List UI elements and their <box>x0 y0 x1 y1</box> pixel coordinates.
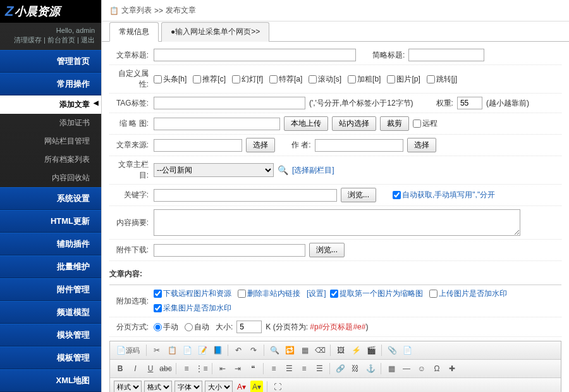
media-icon[interactable]: 🎬 <box>365 344 377 357</box>
check-upload-wm[interactable]: 上传图片是否加水印 <box>429 288 507 299</box>
page-icon[interactable]: 📄 <box>401 344 413 357</box>
tab-crawl[interactable]: ●输入网址采集单个网页>> <box>161 22 269 42</box>
outdent-icon[interactable]: ⇤ <box>216 362 229 375</box>
magnify-icon[interactable]: 🔍 <box>278 165 288 175</box>
undo-icon[interactable]: ↶ <box>232 344 245 357</box>
btn-browse-attach[interactable]: 浏览... <box>309 243 345 257</box>
align-right-icon[interactable]: ≡ <box>298 362 310 375</box>
paste-icon[interactable]: 📄 <box>181 344 193 357</box>
strike-icon[interactable]: abc <box>159 362 172 375</box>
check-attr-2[interactable]: 幻灯[f] <box>232 74 263 85</box>
menu-attachment[interactable]: 附件管理 <box>0 278 101 301</box>
select-style[interactable]: 样式 <box>114 381 142 392</box>
indent-icon[interactable]: ⇥ <box>231 362 244 375</box>
radio-manual[interactable]: 手动 <box>154 322 178 333</box>
bold-icon[interactable]: B <box>114 362 126 375</box>
menu-xml[interactable]: XML地图 <box>0 369 101 392</box>
bgcolor-icon[interactable]: A▾ <box>250 381 263 392</box>
check-first-img[interactable]: 提取第一个图片为缩略图 <box>330 288 423 299</box>
copy-icon[interactable]: 📋 <box>166 344 178 357</box>
select-font[interactable]: 字体 <box>174 381 202 392</box>
input-title[interactable] <box>154 49 356 61</box>
emoticon-icon[interactable]: ☺ <box>415 362 428 375</box>
btn-browse-keyword[interactable]: 浏览... <box>341 188 376 202</box>
menu-module[interactable]: 模块管理 <box>0 324 101 346</box>
menu-batch[interactable]: 批量维护 <box>0 255 101 278</box>
btn-crop[interactable]: 裁剪 <box>380 116 409 131</box>
textarea-summary[interactable] <box>154 209 520 236</box>
image-icon[interactable]: 🖼 <box>334 344 347 357</box>
menu-home[interactable]: 管理首页 <box>0 50 101 73</box>
check-attr-4[interactable]: 滚动[s] <box>309 74 341 85</box>
link-icon[interactable]: 🔗 <box>334 362 346 375</box>
check-attr-5[interactable]: 加粗[b] <box>348 74 381 85</box>
check-download-remote[interactable]: 下载远程图片和资源 <box>154 288 231 299</box>
specialchar-icon[interactable]: Ω <box>431 362 443 375</box>
menu-archive-list[interactable]: 所有档案列表 <box>0 150 101 169</box>
anchor-icon[interactable]: ⚓ <box>364 362 377 375</box>
input-keyword[interactable] <box>154 189 337 202</box>
check-attr-1[interactable]: 推荐[c] <box>193 74 226 85</box>
numlist-icon[interactable]: ≡ <box>180 362 193 375</box>
cut-icon[interactable]: ✂ <box>150 344 163 357</box>
link-frontend[interactable]: 前台首页 <box>47 36 75 44</box>
underline-icon[interactable]: U <box>144 362 157 375</box>
paste-text-icon[interactable]: 📝 <box>196 344 209 357</box>
flash-icon[interactable]: ⚡ <box>350 344 362 357</box>
link-logout[interactable]: 退出 <box>81 36 95 44</box>
tab-normal[interactable]: 常规信息 <box>109 22 159 42</box>
input-tag[interactable] <box>154 97 305 109</box>
bullist-icon[interactable]: ⋮≡ <box>195 362 208 375</box>
radio-auto[interactable]: 自动 <box>185 322 209 333</box>
table-icon[interactable]: ▦ <box>385 362 398 375</box>
menu-plugin[interactable]: 辅助插件 <box>0 233 101 255</box>
align-justify-icon[interactable]: ☰ <box>313 362 326 375</box>
find-icon[interactable]: 🔍 <box>268 344 281 357</box>
removeformat-icon[interactable]: ⌫ <box>314 344 326 357</box>
attach-icon[interactable]: 📎 <box>386 344 398 357</box>
check-attr-3[interactable]: 特荐[a] <box>269 74 302 85</box>
breadcrumb-list[interactable]: 文章列表 <box>121 5 152 16</box>
select-maincol[interactable]: --公司新闻 <box>154 163 274 177</box>
input-author[interactable] <box>315 139 403 152</box>
check-remove-links[interactable]: 删除非站内链接 <box>238 288 300 299</box>
quote-icon[interactable]: ❝ <box>247 362 259 375</box>
menu-channel[interactable]: 频道模型 <box>0 301 101 324</box>
hr-icon[interactable]: — <box>400 362 413 375</box>
input-page-size[interactable] <box>236 321 262 333</box>
paste-word-icon[interactable]: 📘 <box>211 344 224 357</box>
select-format[interactable]: 格式 <box>144 381 172 392</box>
italic-icon[interactable]: I <box>129 362 142 375</box>
btn-select-source[interactable]: 选择 <box>246 138 275 152</box>
maximize-icon[interactable]: ⛶ <box>271 381 284 392</box>
align-left-icon[interactable]: ≡ <box>267 362 280 375</box>
selectall-icon[interactable]: ▦ <box>298 344 311 357</box>
link-settings[interactable]: [设置] <box>307 288 326 299</box>
input-attach[interactable] <box>154 244 305 257</box>
btn-source[interactable]: 📄源码 <box>114 344 142 357</box>
more-icon[interactable]: ✚ <box>446 362 458 375</box>
check-crawl-wm[interactable]: 采集图片是否加水印 <box>154 303 231 314</box>
menu-nav-mgmt[interactable]: 网站栏目管理 <box>0 132 101 150</box>
check-attr-7[interactable]: 跳转[j] <box>427 74 457 85</box>
input-weight[interactable] <box>457 97 482 109</box>
menu-html[interactable]: HTML更新 <box>0 210 101 233</box>
btn-select-author[interactable]: 选择 <box>407 138 436 152</box>
link-subcol[interactable]: [选择副栏目] <box>292 165 334 176</box>
menu-system[interactable]: 系统设置 <box>0 187 101 210</box>
menu-common[interactable]: 常用操作 <box>0 73 101 95</box>
redo-icon[interactable]: ↷ <box>247 344 260 357</box>
input-short-title[interactable] <box>408 49 484 61</box>
check-attr-6[interactable]: 图片[p] <box>387 74 420 85</box>
check-auto-keyword[interactable]: 自动获取,手动填写用","分开 <box>393 190 495 200</box>
align-center-icon[interactable]: ☰ <box>283 362 295 375</box>
btn-site-select[interactable]: 站内选择 <box>332 116 376 131</box>
menu-recycle[interactable]: 内容回收站 <box>0 169 101 187</box>
check-remote[interactable]: 远程 <box>413 118 437 129</box>
link-clear-cache[interactable]: 清理缓存 <box>14 36 42 44</box>
menu-template[interactable]: 模板管理 <box>0 346 101 369</box>
check-attr-0[interactable]: 头条[h] <box>154 74 187 85</box>
unlink-icon[interactable]: ⛓ <box>349 362 362 375</box>
replace-icon[interactable]: 🔁 <box>283 344 296 357</box>
btn-local-upload[interactable]: 本地上传 <box>284 116 328 131</box>
